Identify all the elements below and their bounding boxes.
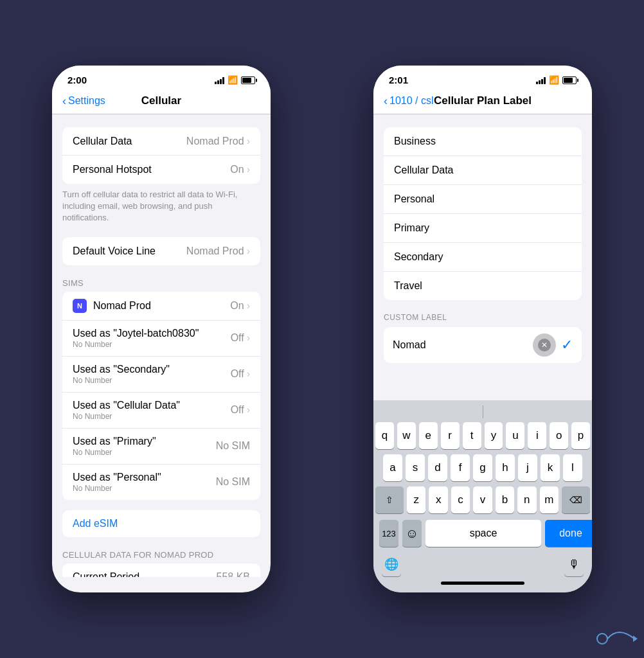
right-phone: 2:01 📶 ‹ 1010 / csl Cellular Plan Label …	[373, 66, 592, 592]
back-chevron-left: ‹	[62, 95, 66, 107]
key-c[interactable]: c	[451, 486, 470, 513]
chevron-icon: ›	[247, 245, 250, 257]
key-r[interactable]: r	[441, 422, 460, 449]
nav-bar-right: ‹ 1010 / csl Cellular Plan Label	[373, 91, 592, 114]
key-delete[interactable]: ⌫	[562, 486, 590, 513]
chevron-icon: ›	[247, 368, 250, 380]
personal-hotspot-value: On ›	[230, 164, 250, 175]
key-i[interactable]: i	[528, 422, 546, 449]
secondary-label: Used as "Secondary"	[73, 364, 170, 375]
key-s[interactable]: s	[406, 454, 425, 481]
row-current-period: Current Period 558 KB	[62, 564, 260, 577]
key-f[interactable]: f	[451, 454, 470, 481]
arrow-svg	[593, 619, 644, 658]
plan-label-travel[interactable]: Travel	[384, 272, 582, 300]
plan-label-secondary[interactable]: Secondary	[384, 243, 582, 272]
key-z[interactable]: z	[407, 486, 425, 513]
chevron-icon: ›	[247, 164, 250, 175]
row-joytel[interactable]: Used as "Joytel-batch0830" No Number Off…	[62, 321, 260, 357]
key-g[interactable]: g	[473, 454, 492, 481]
personal-sublabel: No Number	[73, 484, 161, 493]
svg-point-0	[597, 634, 607, 644]
row-personal[interactable]: Used as "Personal" No Number No SIM	[62, 465, 260, 500]
row-nomad-prod[interactable]: N Nomad Prod On ›	[62, 292, 260, 321]
chevron-icon: ›	[247, 332, 250, 344]
key-y[interactable]: y	[485, 422, 503, 449]
row-personal-hotspot[interactable]: Personal Hotspot On ›	[62, 156, 260, 184]
battery-icon	[241, 76, 255, 84]
plan-label-personal[interactable]: Personal	[384, 185, 582, 214]
group-cellular: Cellular Data Nomad Prod › Personal Hots…	[52, 127, 271, 224]
group-container-sims: N Nomad Prod On › Used as "Joytel-batch0…	[62, 292, 260, 500]
key-x[interactable]: x	[429, 486, 447, 513]
back-chevron-right: ‹	[384, 95, 388, 107]
custom-label-input[interactable]	[393, 339, 528, 351]
key-u[interactable]: u	[506, 422, 524, 449]
key-w[interactable]: w	[397, 422, 416, 449]
input-clear-button[interactable]: ✕	[538, 339, 551, 351]
key-space[interactable]: space	[425, 520, 541, 547]
status-icons-right: 📶	[536, 75, 577, 85]
secondary-sublabel: No Number	[73, 376, 170, 385]
plan-label-cellular-data[interactable]: Cellular Data	[384, 156, 582, 185]
status-bar-right: 2:01 📶	[373, 66, 592, 91]
chevron-icon: ›	[247, 404, 250, 416]
key-n[interactable]: n	[517, 486, 536, 513]
cellular-data-nomad-label: CELLULAR DATA FOR NOMAD PROD	[52, 550, 271, 564]
keyboard-row-1: q w e r t y u i o p	[375, 422, 590, 449]
key-m[interactable]: m	[540, 486, 559, 513]
status-icons-left: 📶	[215, 75, 255, 85]
chevron-icon: ›	[247, 300, 250, 312]
key-j[interactable]: j	[518, 454, 537, 481]
cellular-note: Turn off cellular data to restrict all d…	[52, 184, 271, 224]
key-v[interactable]: v	[473, 486, 492, 513]
key-emoji[interactable]: ☺	[402, 520, 422, 547]
personal-label: Used as "Personal"	[73, 472, 161, 483]
key-shift[interactable]: ⇧	[375, 486, 404, 513]
row-cellular-data[interactable]: Cellular Data Nomad Prod ›	[62, 127, 260, 156]
primary-label: Used as "Primary"	[73, 436, 156, 447]
back-label-right: 1010 / csl	[389, 95, 433, 107]
key-b[interactable]: b	[496, 486, 514, 513]
key-d[interactable]: d	[428, 454, 447, 481]
row-cellular-data-sim[interactable]: Used as "Cellular Data" No Number Off ›	[62, 393, 260, 429]
key-numbers[interactable]: 123	[379, 520, 398, 547]
key-h[interactable]: h	[496, 454, 515, 481]
cellular-data-sim-label: Used as "Cellular Data"	[73, 400, 180, 411]
key-e[interactable]: e	[419, 422, 438, 449]
custom-label-title: CUSTOM LABEL	[384, 313, 582, 322]
nav-title-right: Cellular Plan Label	[434, 94, 532, 107]
group-sims: SIMs N Nomad Prod On › Used as "Joytel-b…	[52, 278, 271, 500]
key-t[interactable]: t	[463, 422, 481, 449]
key-mic[interactable]: 🎙	[564, 552, 584, 576]
input-clear-circle: ✕	[533, 333, 556, 357]
row-primary[interactable]: Used as "Primary" No Number No SIM	[62, 429, 260, 465]
back-button-right[interactable]: ‹ 1010 / csl	[384, 95, 433, 107]
joytel-label: Used as "Joytel-batch0830"	[73, 328, 199, 339]
keyboard-row-3: ⇧ z x c v b n m ⌫	[375, 486, 590, 513]
add-esim-button[interactable]: Add eSIM	[62, 510, 260, 537]
wifi-icon-right: 📶	[549, 75, 559, 85]
key-p[interactable]: p	[571, 422, 590, 449]
cellular-data-value: Nomad Prod ›	[186, 136, 250, 147]
svg-marker-1	[633, 636, 638, 642]
cellular-data-sim-sublabel: No Number	[73, 412, 180, 421]
key-o[interactable]: o	[550, 422, 568, 449]
back-button-left[interactable]: ‹ Settings	[62, 95, 105, 107]
group-container-data: Current Period 558 KB Current Period Roa…	[62, 564, 260, 577]
key-l[interactable]: l	[563, 454, 582, 481]
key-k[interactable]: k	[541, 454, 560, 481]
plan-label-primary[interactable]: Primary	[384, 214, 582, 243]
input-confirm-button[interactable]: ✓	[561, 337, 573, 353]
row-default-voice[interactable]: Default Voice Line Nomad Prod ›	[62, 237, 260, 265]
status-time-left: 2:00	[67, 75, 87, 85]
key-q[interactable]: q	[375, 422, 394, 449]
current-period-value: 558 KB	[217, 571, 250, 577]
plan-label-business[interactable]: Business	[384, 127, 582, 156]
row-secondary[interactable]: Used as "Secondary" No Number Off ›	[62, 357, 260, 393]
key-done[interactable]: done	[545, 520, 592, 547]
sims-group-label: SIMs	[52, 278, 271, 292]
key-a[interactable]: a	[383, 454, 402, 481]
key-globe[interactable]: 🌐	[382, 552, 401, 576]
status-time-right: 2:01	[389, 75, 408, 85]
